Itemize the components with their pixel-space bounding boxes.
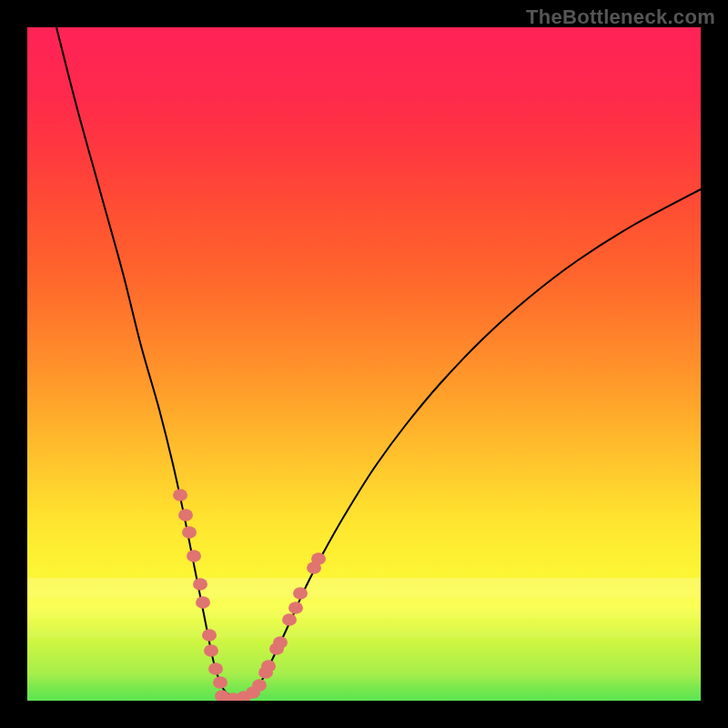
- data-marker: [273, 636, 288, 649]
- data-marker: [282, 613, 297, 626]
- data-marker: [213, 676, 228, 689]
- data-marker: [293, 587, 308, 600]
- chart-frame: TheBottleneck.com: [0, 0, 728, 728]
- data-markers: [173, 489, 326, 701]
- data-marker: [204, 644, 218, 657]
- bottleneck-curve: [56, 27, 701, 699]
- data-marker: [311, 552, 326, 565]
- data-marker: [252, 679, 267, 692]
- data-marker: [193, 578, 207, 591]
- data-marker: [202, 629, 217, 642]
- chart-svg: [27, 27, 701, 701]
- data-marker: [173, 489, 187, 501]
- data-marker: [288, 602, 303, 614]
- plot-area: [27, 27, 701, 701]
- watermark-text: TheBottleneck.com: [526, 5, 715, 29]
- data-marker: [182, 526, 197, 539]
- data-marker: [261, 660, 276, 672]
- data-marker: [208, 662, 223, 675]
- data-marker: [178, 509, 193, 521]
- data-marker: [196, 596, 210, 609]
- data-marker: [187, 550, 201, 562]
